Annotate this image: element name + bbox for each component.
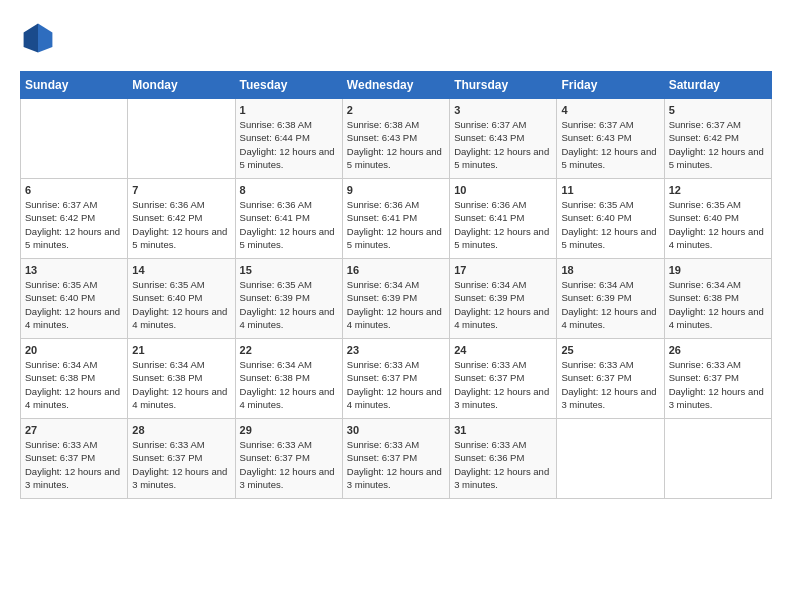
day-info: Sunrise: 6:37 AM Sunset: 6:43 PM Dayligh…	[561, 118, 659, 171]
weekday-header-monday: Monday	[128, 72, 235, 99]
day-info: Sunrise: 6:37 AM Sunset: 6:43 PM Dayligh…	[454, 118, 552, 171]
day-number: 27	[25, 424, 123, 436]
day-number: 28	[132, 424, 230, 436]
calendar-cell: 19Sunrise: 6:34 AM Sunset: 6:38 PM Dayli…	[664, 259, 771, 339]
day-info: Sunrise: 6:38 AM Sunset: 6:44 PM Dayligh…	[240, 118, 338, 171]
svg-marker-1	[24, 24, 38, 53]
weekday-header-wednesday: Wednesday	[342, 72, 449, 99]
calendar-cell: 6Sunrise: 6:37 AM Sunset: 6:42 PM Daylig…	[21, 179, 128, 259]
day-info: Sunrise: 6:37 AM Sunset: 6:42 PM Dayligh…	[669, 118, 767, 171]
calendar-cell: 28Sunrise: 6:33 AM Sunset: 6:37 PM Dayli…	[128, 419, 235, 499]
calendar-cell: 26Sunrise: 6:33 AM Sunset: 6:37 PM Dayli…	[664, 339, 771, 419]
day-number: 1	[240, 104, 338, 116]
day-number: 31	[454, 424, 552, 436]
calendar-cell: 10Sunrise: 6:36 AM Sunset: 6:41 PM Dayli…	[450, 179, 557, 259]
day-info: Sunrise: 6:33 AM Sunset: 6:37 PM Dayligh…	[669, 358, 767, 411]
day-info: Sunrise: 6:35 AM Sunset: 6:40 PM Dayligh…	[669, 198, 767, 251]
day-info: Sunrise: 6:34 AM Sunset: 6:38 PM Dayligh…	[132, 358, 230, 411]
day-number: 2	[347, 104, 445, 116]
day-info: Sunrise: 6:34 AM Sunset: 6:39 PM Dayligh…	[561, 278, 659, 331]
logo-icon	[20, 20, 56, 56]
calendar-cell: 9Sunrise: 6:36 AM Sunset: 6:41 PM Daylig…	[342, 179, 449, 259]
day-number: 8	[240, 184, 338, 196]
day-info: Sunrise: 6:33 AM Sunset: 6:37 PM Dayligh…	[347, 438, 445, 491]
day-number: 13	[25, 264, 123, 276]
calendar-cell: 29Sunrise: 6:33 AM Sunset: 6:37 PM Dayli…	[235, 419, 342, 499]
calendar-week-1: 1Sunrise: 6:38 AM Sunset: 6:44 PM Daylig…	[21, 99, 772, 179]
day-number: 26	[669, 344, 767, 356]
day-info: Sunrise: 6:35 AM Sunset: 6:39 PM Dayligh…	[240, 278, 338, 331]
calendar-cell: 30Sunrise: 6:33 AM Sunset: 6:37 PM Dayli…	[342, 419, 449, 499]
calendar-cell: 13Sunrise: 6:35 AM Sunset: 6:40 PM Dayli…	[21, 259, 128, 339]
calendar-cell: 1Sunrise: 6:38 AM Sunset: 6:44 PM Daylig…	[235, 99, 342, 179]
day-info: Sunrise: 6:37 AM Sunset: 6:42 PM Dayligh…	[25, 198, 123, 251]
calendar-cell: 3Sunrise: 6:37 AM Sunset: 6:43 PM Daylig…	[450, 99, 557, 179]
calendar-cell: 5Sunrise: 6:37 AM Sunset: 6:42 PM Daylig…	[664, 99, 771, 179]
day-number: 17	[454, 264, 552, 276]
day-number: 12	[669, 184, 767, 196]
day-number: 15	[240, 264, 338, 276]
calendar-cell: 8Sunrise: 6:36 AM Sunset: 6:41 PM Daylig…	[235, 179, 342, 259]
day-info: Sunrise: 6:34 AM Sunset: 6:38 PM Dayligh…	[669, 278, 767, 331]
day-number: 18	[561, 264, 659, 276]
calendar-cell: 2Sunrise: 6:38 AM Sunset: 6:43 PM Daylig…	[342, 99, 449, 179]
day-info: Sunrise: 6:35 AM Sunset: 6:40 PM Dayligh…	[561, 198, 659, 251]
svg-marker-0	[38, 24, 52, 53]
day-number: 6	[25, 184, 123, 196]
calendar-cell: 21Sunrise: 6:34 AM Sunset: 6:38 PM Dayli…	[128, 339, 235, 419]
day-info: Sunrise: 6:33 AM Sunset: 6:36 PM Dayligh…	[454, 438, 552, 491]
day-info: Sunrise: 6:34 AM Sunset: 6:39 PM Dayligh…	[454, 278, 552, 331]
calendar-cell: 15Sunrise: 6:35 AM Sunset: 6:39 PM Dayli…	[235, 259, 342, 339]
day-info: Sunrise: 6:36 AM Sunset: 6:41 PM Dayligh…	[347, 198, 445, 251]
day-info: Sunrise: 6:36 AM Sunset: 6:42 PM Dayligh…	[132, 198, 230, 251]
day-info: Sunrise: 6:38 AM Sunset: 6:43 PM Dayligh…	[347, 118, 445, 171]
day-number: 16	[347, 264, 445, 276]
day-info: Sunrise: 6:36 AM Sunset: 6:41 PM Dayligh…	[240, 198, 338, 251]
calendar-cell: 27Sunrise: 6:33 AM Sunset: 6:37 PM Dayli…	[21, 419, 128, 499]
calendar-cell: 4Sunrise: 6:37 AM Sunset: 6:43 PM Daylig…	[557, 99, 664, 179]
day-number: 19	[669, 264, 767, 276]
calendar-table: SundayMondayTuesdayWednesdayThursdayFrid…	[20, 71, 772, 499]
calendar-cell: 31Sunrise: 6:33 AM Sunset: 6:36 PM Dayli…	[450, 419, 557, 499]
weekday-header-thursday: Thursday	[450, 72, 557, 99]
day-info: Sunrise: 6:33 AM Sunset: 6:37 PM Dayligh…	[132, 438, 230, 491]
day-number: 24	[454, 344, 552, 356]
day-number: 23	[347, 344, 445, 356]
day-number: 9	[347, 184, 445, 196]
calendar-cell	[557, 419, 664, 499]
calendar-cell: 25Sunrise: 6:33 AM Sunset: 6:37 PM Dayli…	[557, 339, 664, 419]
day-info: Sunrise: 6:33 AM Sunset: 6:37 PM Dayligh…	[347, 358, 445, 411]
weekday-header-friday: Friday	[557, 72, 664, 99]
calendar-week-2: 6Sunrise: 6:37 AM Sunset: 6:42 PM Daylig…	[21, 179, 772, 259]
calendar-cell: 20Sunrise: 6:34 AM Sunset: 6:38 PM Dayli…	[21, 339, 128, 419]
day-info: Sunrise: 6:34 AM Sunset: 6:38 PM Dayligh…	[25, 358, 123, 411]
weekday-header-tuesday: Tuesday	[235, 72, 342, 99]
day-number: 3	[454, 104, 552, 116]
day-info: Sunrise: 6:36 AM Sunset: 6:41 PM Dayligh…	[454, 198, 552, 251]
day-number: 22	[240, 344, 338, 356]
weekday-header-sunday: Sunday	[21, 72, 128, 99]
calendar-cell: 12Sunrise: 6:35 AM Sunset: 6:40 PM Dayli…	[664, 179, 771, 259]
page-header	[20, 20, 772, 56]
day-info: Sunrise: 6:33 AM Sunset: 6:37 PM Dayligh…	[240, 438, 338, 491]
day-info: Sunrise: 6:35 AM Sunset: 6:40 PM Dayligh…	[132, 278, 230, 331]
calendar-week-4: 20Sunrise: 6:34 AM Sunset: 6:38 PM Dayli…	[21, 339, 772, 419]
calendar-cell	[21, 99, 128, 179]
day-info: Sunrise: 6:33 AM Sunset: 6:37 PM Dayligh…	[25, 438, 123, 491]
calendar-cell: 7Sunrise: 6:36 AM Sunset: 6:42 PM Daylig…	[128, 179, 235, 259]
calendar-cell	[664, 419, 771, 499]
day-number: 29	[240, 424, 338, 436]
day-number: 4	[561, 104, 659, 116]
day-number: 14	[132, 264, 230, 276]
day-number: 7	[132, 184, 230, 196]
day-info: Sunrise: 6:34 AM Sunset: 6:38 PM Dayligh…	[240, 358, 338, 411]
day-info: Sunrise: 6:33 AM Sunset: 6:37 PM Dayligh…	[454, 358, 552, 411]
calendar-cell: 17Sunrise: 6:34 AM Sunset: 6:39 PM Dayli…	[450, 259, 557, 339]
calendar-cell: 23Sunrise: 6:33 AM Sunset: 6:37 PM Dayli…	[342, 339, 449, 419]
day-info: Sunrise: 6:33 AM Sunset: 6:37 PM Dayligh…	[561, 358, 659, 411]
calendar-week-5: 27Sunrise: 6:33 AM Sunset: 6:37 PM Dayli…	[21, 419, 772, 499]
day-number: 10	[454, 184, 552, 196]
day-number: 5	[669, 104, 767, 116]
calendar-cell: 18Sunrise: 6:34 AM Sunset: 6:39 PM Dayli…	[557, 259, 664, 339]
day-number: 20	[25, 344, 123, 356]
